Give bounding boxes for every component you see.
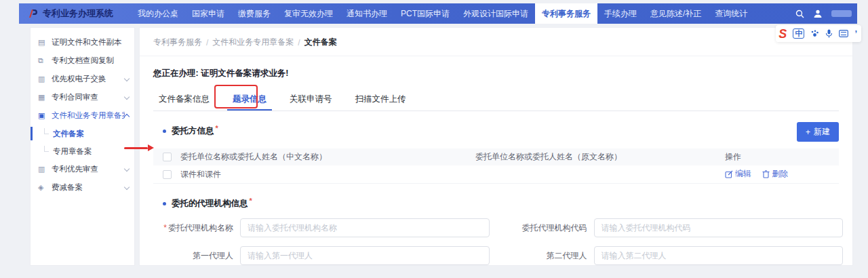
patent-system-page: 专利业务办理系统 我的办公桌 国家申请 缴费服务 复审无效办理 通知书办理 PC…: [0, 0, 868, 278]
doc-copy-icon: ⧉: [38, 56, 48, 65]
agency-form: *委托代理机构名称 委托代理机构代码 第一代理人 第二代理人: [153, 218, 843, 265]
field-second-agent: 第二代理人: [507, 246, 844, 265]
chevron-down-icon: [124, 94, 130, 99]
chevron-down-icon: [124, 75, 130, 81]
select-all-checkbox[interactable]: [163, 153, 172, 161]
current-business-notice: 您正在办理: 证明文件备案请求业务!: [153, 68, 839, 79]
nav-item-patent-affairs[interactable]: 专利事务服务: [535, 3, 597, 24]
client-section-title: 委托方信息 *: [163, 125, 218, 137]
delete-link-label: 删除: [772, 168, 788, 180]
sidebar-item-label: 文件和业务专用章备案: [52, 111, 125, 121]
active-indicator-bar: [31, 127, 33, 140]
nav-item-design-international[interactable]: 外观设计国际申请: [456, 3, 535, 24]
tab-bibliographic-info[interactable]: 题录信息: [227, 90, 272, 111]
sogou-logo-icon[interactable]: S: [778, 28, 787, 40]
nav-item-pct-international[interactable]: PCT国际申请: [394, 3, 456, 24]
sidebar-item-fee-reduction[interactable]: ◈ 费减备案: [31, 178, 134, 197]
nav-item-national-application[interactable]: 国家申请: [185, 3, 231, 24]
tree-connector: [44, 128, 49, 134]
row-checkbox[interactable]: [163, 170, 172, 179]
sidebar-item-label: 专利合同审查: [52, 92, 125, 102]
keyboard-icon[interactable]: [839, 30, 848, 37]
breadcrumb-separator: /: [206, 38, 208, 47]
field-label-text: 第一代理人: [193, 251, 233, 260]
nav-item-procedure-handling[interactable]: 手续办理: [597, 3, 644, 24]
search-icon[interactable]: [795, 9, 804, 18]
table-row: 课件和课件 编辑: [153, 165, 839, 184]
add-new-button-label: 新建: [814, 126, 830, 138]
second-agent-label: 第二代理人: [507, 250, 594, 262]
sidebar-item-label: 费减备案: [52, 182, 125, 193]
sidebar: ▤ 证明文件和文件副本 ⧉ 专利文档查阅复制 ▥ 优先权电子交换 ▦ 专利合同审…: [30, 27, 135, 266]
add-new-button[interactable]: + 新建: [797, 122, 839, 142]
nav-item-opinion-statement[interactable]: 意见陈述/补正: [644, 3, 708, 24]
agency-section-header: 委托的代理机构信息 *: [153, 195, 839, 210]
agency-name-label: *委托代理机构名称: [153, 222, 240, 234]
section-title-text: 委托的代理机构信息: [172, 198, 248, 210]
username-redacted[interactable]: [831, 10, 852, 17]
required-star: *: [163, 223, 167, 233]
chevron-down-icon: [124, 184, 130, 189]
cell-actions: 编辑 删除: [725, 168, 839, 180]
exchange-icon: ▥: [38, 75, 48, 83]
client-table: 委托单位名称或委托人姓名（中文名称） 委托单位名称或委托人姓名（原文名称） 操作…: [153, 148, 839, 184]
ime-toolbar: S 中 ’: [776, 25, 861, 42]
tab-scan-upload[interactable]: 扫描文件上传: [350, 90, 412, 111]
sidebar-item-label: 专用章备案: [53, 146, 134, 157]
logo-mark-icon: [27, 8, 39, 20]
sidebar-item-special-seal-filing[interactable]: 专用章备案: [31, 142, 134, 160]
ime-more-icon[interactable]: ’: [854, 28, 857, 39]
edit-link[interactable]: 编辑: [725, 168, 751, 180]
agency-code-label: 委托代理机构代码: [507, 222, 594, 234]
breadcrumb-item[interactable]: 文件和业务专用章备案: [212, 37, 294, 48]
tab-related-application[interactable]: 关联申请号: [284, 90, 338, 111]
client-section-header: 委托方信息 * + 新建: [153, 122, 839, 142]
second-agent-input[interactable]: [594, 246, 844, 265]
sidebar-item-file-filing[interactable]: 文件备案: [31, 125, 134, 142]
header-checkbox-cell: [153, 153, 180, 161]
agency-name-input[interactable]: [240, 218, 490, 237]
breadcrumb-item[interactable]: 专利事务服务: [153, 37, 202, 48]
first-agent-input[interactable]: [240, 246, 490, 265]
nav-item-notice-handling[interactable]: 通知书办理: [340, 3, 394, 24]
sidebar-item-certificate-docs[interactable]: ▤ 证明文件和文件副本: [31, 33, 134, 52]
section-title-text: 委托方信息: [172, 125, 214, 137]
chevron-up-icon: [124, 114, 130, 119]
sidebar-item-label: 证明文件和文件副本: [52, 37, 129, 47]
edit-link-label: 编辑: [735, 168, 751, 180]
app-logo: 专利业务办理系统: [19, 3, 131, 24]
sidebar-item-priority-review[interactable]: ▥ 专利优先审查: [31, 160, 134, 178]
paw-icon[interactable]: [810, 30, 819, 38]
app-title: 专利业务办理系统: [43, 7, 113, 20]
sidebar-item-doc-copy[interactable]: ⧉ 专利文档查阅复制: [31, 52, 134, 70]
row-checkbox-cell: [153, 170, 180, 179]
nav-item-reexam-invalid[interactable]: 复审无效办理: [277, 3, 340, 24]
breadcrumb: 专利事务服务 / 文件和业务专用章备案 / 文件备案: [140, 28, 852, 56]
nav-item-query-statistics[interactable]: 查询统计: [708, 3, 754, 24]
top-navbar: 专利业务办理系统 我的办公桌 国家申请 缴费服务 复审无效办理 通知书办理 PC…: [19, 3, 857, 24]
certificate-doc-icon: ▤: [38, 38, 48, 47]
sidebar-item-label: 专利优先审查: [52, 164, 125, 174]
delete-link[interactable]: 删除: [762, 168, 788, 180]
sidebar-item-label: 文件备案: [53, 129, 134, 139]
nav-item-my-desk[interactable]: 我的办公桌: [131, 3, 185, 24]
main-content: 专利事务服务 / 文件和业务专用章备案 / 文件备案 您正在办理: 证明文件备案…: [139, 27, 853, 266]
table-header-row: 委托单位名称或委托人姓名（中文名称） 委托单位名称或委托人姓名（原文名称） 操作: [153, 148, 839, 165]
agency-code-input[interactable]: [594, 218, 844, 237]
breadcrumb-current: 文件备案: [304, 37, 337, 48]
user-icon[interactable]: [813, 9, 823, 18]
sidebar-item-seal-filing[interactable]: ▣ 文件和业务专用章备案: [31, 106, 134, 125]
sidebar-item-priority-exchange[interactable]: ▥ 优先权电子交换: [31, 70, 134, 88]
trash-icon: [762, 170, 770, 178]
chinese-mode-icon[interactable]: 中: [793, 28, 804, 39]
nav-item-fee-service[interactable]: 缴费服务: [231, 3, 277, 24]
microphone-icon[interactable]: [825, 29, 833, 38]
contract-review-icon: ▦: [38, 93, 48, 102]
tab-bar: 文件备案信息 题录信息 关联申请号 扫描文件上传: [153, 90, 839, 111]
sidebar-item-contract-review[interactable]: ▦ 专利合同审查: [31, 88, 134, 106]
field-label-text: 委托代理机构名称: [168, 223, 233, 233]
tab-file-filing-info[interactable]: 文件备案信息: [153, 90, 215, 111]
column-header-cn-name: 委托单位名称或委托人姓名（中文名称）: [180, 151, 475, 163]
bullet-icon: [163, 202, 166, 205]
sidebar-item-label: 专利文档查阅复制: [52, 56, 129, 66]
